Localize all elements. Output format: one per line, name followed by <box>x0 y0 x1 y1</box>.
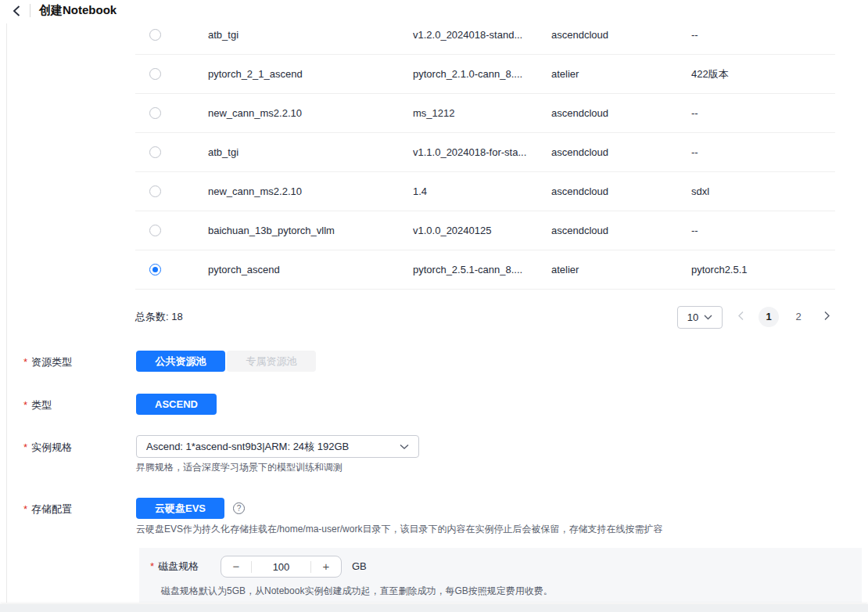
instance-spec-hint: 昇腾规格，适合深度学习场景下的模型训练和调测 <box>136 461 343 474</box>
required-asterisk: * <box>23 399 27 411</box>
radio-button[interactable] <box>149 107 161 119</box>
content-left-border <box>6 23 7 603</box>
page-number-button[interactable]: 1 <box>759 307 779 327</box>
total-count: 总条数: 18 <box>135 310 183 324</box>
image-name: new_cann_ms2.2.10 <box>208 107 413 119</box>
image-table-body: atb_tgiv1.2.0_2024018-stand...ascendclou… <box>135 16 835 290</box>
image-name: atb_tgi <box>208 29 413 41</box>
image-extra: pytorch2.5.1 <box>691 264 835 275</box>
required-asterisk: * <box>150 560 154 572</box>
total-count-value: 18 <box>171 311 182 322</box>
required-asterisk: * <box>23 356 27 368</box>
table-row[interactable]: pytorch_ascendpytorch_2.5.1-cann_8....at… <box>135 250 835 290</box>
increase-button[interactable]: + <box>311 556 341 577</box>
table-row[interactable]: atb_tgiv1.2.0_2024018-stand...ascendclou… <box>135 16 835 55</box>
image-version: pytorch_2.5.1-cann_8.... <box>413 264 551 275</box>
total-count-label: 总条数: <box>135 311 169 322</box>
image-version: pytorch_2.1.0-cann_8.... <box>413 68 551 80</box>
header-divider <box>30 4 30 17</box>
radio-button[interactable] <box>149 225 161 236</box>
required-asterisk: * <box>23 503 27 515</box>
image-version: 1.4 <box>413 185 551 197</box>
radio-cell <box>135 264 208 275</box>
table-row[interactable]: atb_tgiv1.1.0_2024018-for-sta...ascendcl… <box>135 133 835 172</box>
image-source: ascendcloud <box>551 107 691 119</box>
pagination-pages: 12 <box>759 307 809 327</box>
disk-size-stepper: − 100 + <box>221 556 342 578</box>
image-version: v1.0.0_20240125 <box>413 225 551 236</box>
pagination-bar: 总条数: 18 10 12 <box>135 301 835 333</box>
page-bottom-edge <box>0 604 868 612</box>
image-source: ascendcloud <box>551 146 691 158</box>
storage-hint: 云硬盘EVS作为持久化存储挂载在/home/ma-user/work目录下，该目… <box>136 523 662 536</box>
help-icon[interactable]: ? <box>233 502 245 514</box>
disk-size-input[interactable]: 100 <box>252 561 310 573</box>
type-ascend-button[interactable]: ASCEND <box>136 394 217 415</box>
radio-button[interactable] <box>149 185 161 197</box>
image-version: v1.1.0_2024018-for-sta... <box>413 146 551 158</box>
image-extra: -- <box>691 107 835 119</box>
table-row[interactable]: baichuan_13b_pytorch_vllmv1.0.0_20240125… <box>135 211 835 250</box>
image-name: pytorch_2_1_ascend <box>208 68 413 80</box>
pagination-controls: 10 12 <box>677 306 835 329</box>
prev-page-icon[interactable] <box>732 311 749 323</box>
resource-type-label: *资源类型 <box>23 355 72 369</box>
image-name: baichuan_13b_pytorch_vllm <box>208 225 413 236</box>
storage-config-label: *存储配置 <box>23 502 72 517</box>
page-number-button[interactable]: 2 <box>788 307 809 327</box>
page-title: 创建Notebook <box>39 3 117 18</box>
image-source: atelier <box>551 264 691 275</box>
page-size-value: 10 <box>687 311 698 323</box>
image-source: ascendcloud <box>551 225 691 236</box>
radio-cell <box>135 146 208 158</box>
instance-spec-value: Ascend: 1*ascend-snt9b3|ARM: 24核 192GB <box>146 440 400 454</box>
required-asterisk: * <box>23 441 27 453</box>
next-page-icon[interactable] <box>818 311 835 323</box>
image-source: ascendcloud <box>551 29 691 41</box>
back-icon[interactable] <box>9 3 25 19</box>
image-name: pytorch_ascend <box>208 264 413 275</box>
disk-spec-hint: 磁盘规格默认为5GB，从Notebook实例创建成功起，直至删除成功，每GB按照… <box>161 585 553 598</box>
chevron-down-icon <box>400 444 409 450</box>
resource-type-dedicated-button[interactable]: 专属资源池 <box>227 351 316 372</box>
radio-cell <box>135 68 208 80</box>
image-source: ascendcloud <box>551 185 691 197</box>
image-version: v1.2.0_2024018-stand... <box>413 29 551 41</box>
radio-button[interactable] <box>149 264 161 275</box>
instance-spec-label: *实例规格 <box>23 441 72 455</box>
image-extra: 422版本 <box>691 67 835 81</box>
image-version: ms_1212 <box>413 107 551 119</box>
storage-evs-button[interactable]: 云硬盘EVS <box>136 498 224 519</box>
radio-button[interactable] <box>149 68 161 80</box>
decrease-button[interactable]: − <box>221 556 251 577</box>
image-extra: -- <box>691 225 835 236</box>
image-name: new_cann_ms2.2.10 <box>208 185 413 197</box>
radio-button[interactable] <box>149 29 161 41</box>
chevron-down-icon <box>704 315 712 320</box>
radio-cell <box>135 185 208 197</box>
type-label: *类型 <box>23 398 52 412</box>
image-extra: sdxl <box>691 185 835 197</box>
resource-type-public-button[interactable]: 公共资源池 <box>136 351 225 372</box>
page-size-select[interactable]: 10 <box>677 306 723 329</box>
image-extra: -- <box>691 29 835 41</box>
instance-spec-select[interactable]: Ascend: 1*ascend-snt9b3|ARM: 24核 192GB <box>136 435 419 458</box>
disk-spec-panel: *磁盘规格 − 100 + GB 磁盘规格默认为5GB，从Notebook实例创… <box>139 548 862 603</box>
radio-button[interactable] <box>149 146 161 158</box>
disk-spec-label: *磁盘规格 <box>150 556 199 578</box>
disk-unit-label: GB <box>352 556 367 578</box>
image-name: atb_tgi <box>208 146 413 158</box>
image-source: atelier <box>551 68 691 80</box>
radio-cell <box>135 29 208 41</box>
table-row[interactable]: pytorch_2_1_ascendpytorch_2.1.0-cann_8..… <box>135 55 835 94</box>
table-row[interactable]: new_cann_ms2.2.10ms_1212ascendcloud-- <box>135 94 835 133</box>
radio-cell <box>135 107 208 119</box>
image-extra: -- <box>691 146 835 158</box>
table-row[interactable]: new_cann_ms2.2.101.4ascendcloudsdxl <box>135 172 835 211</box>
radio-cell <box>135 225 208 236</box>
